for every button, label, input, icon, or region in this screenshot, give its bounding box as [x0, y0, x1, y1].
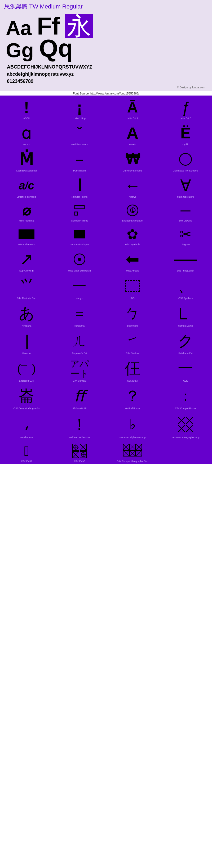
- cell-block-elem: Block Elements: [0, 223, 53, 247]
- grid-row-5: ⌀ Misc Technical Control Pictures ①: [0, 199, 212, 223]
- preview-qq: Qq: [39, 36, 73, 60]
- cell-modifier: ˇ Modifier Letters: [53, 121, 106, 147]
- cell-ascii: ! ASCII: [0, 96, 53, 121]
- cell-vertical-forms: ？ Vertical Forms: [106, 383, 159, 411]
- grid-row-14: 𠀀 CJK Ext B: [0, 440, 212, 464]
- cell-latin-ext-b: ƒ Latin Ext B: [159, 96, 212, 121]
- cell-sup-arrows-b: ↗ Sup Arrows B: [0, 247, 53, 273]
- cell-latin-ext-add: Ṁ Latin Ext Additional: [0, 147, 53, 173]
- header: 思源黑體 TW Medium Regular Aa Ff 永 Gg Qq ABC…: [0, 0, 212, 91]
- cell-cjk-compat-ideo-sup: CJK Compat Ideographic Sup: [106, 440, 159, 464]
- cell-misc-sym: ✿ Misc Symbols: [106, 223, 159, 247]
- cell-sup-punct: —— Sup Punctuation: [159, 247, 212, 273]
- cell-latin-ext-a: Ā Latin Ext A: [106, 96, 159, 121]
- cell-enclosed-cjk: (㆒) Enclosed CJK: [0, 356, 53, 383]
- font-title: 思源黑體 TW Medium Regular: [4, 3, 208, 10]
- cell-enc-ideo-sup: Enclosed Ideographic Sup: [159, 411, 212, 440]
- cell-bopo-ext: ㄦ Bopomofo Ext: [53, 328, 106, 356]
- cell-currency: ₩ Currency Symbols: [106, 147, 159, 173]
- grid-row-7: ↗ Sup Arrows B Misc Math Symbols B ⬅ Mis…: [0, 247, 212, 273]
- preview-gg: Gg: [6, 40, 34, 60]
- cell-cyrillic: Ë Cyrillic: [159, 121, 212, 147]
- cell-misc-math-b: Misc Math Symbols B: [53, 247, 106, 273]
- cell-cjk-ext-c: CJK Ext C: [53, 440, 106, 464]
- cell-cjk-compat-forms: ： CJK Compat Forms: [159, 383, 212, 411]
- grid-row-8: ⺍ CJK Radicals Sup ⼀ Kangxi IDC 、 CJK Sy…: [0, 273, 212, 301]
- cell-enc-alpha-sup: ♭ Enclosed Alphanum Sup: [106, 411, 159, 440]
- alphabet-upper: ABCDEFGHIJKLMNOPQRSTUVWXYZ abcdefghijklm…: [4, 62, 208, 86]
- cell-hiragana: あ Hiragana: [0, 301, 53, 328]
- cell-cjk-compat: アパート CJK Compat: [53, 356, 106, 383]
- grid-row-12: 崙 CJK Compat Ideographs ﬀ Alphabetic FI …: [0, 383, 212, 411]
- cell-cjk-ext-b: 𠀀 CJK Ext B: [0, 440, 53, 464]
- grid-row-13: ، Small Forms ！ Half And Full Forms ♭ En…: [0, 411, 212, 440]
- svg-rect-0: [75, 206, 84, 209]
- cell-bopomofo: ㄅ Bopomofo: [106, 301, 159, 328]
- grid-row-6: Block Elements Geometric Shapes ✿ Misc S…: [0, 223, 212, 247]
- cell-dingbats: ✂ Dingbats: [159, 223, 212, 247]
- grid-row-2: ɑ IPA Ext ˇ Modifier Letters Α Greek Ë C…: [0, 121, 212, 147]
- cell-half-full: ！ Half And Full Forms: [53, 411, 106, 440]
- cell-punctuation: – Punctuation: [53, 147, 106, 173]
- cell-ipa: ɑ IPA Ext: [0, 121, 53, 147]
- cell-alpha-fi: ﬀ Alphabetic FI: [53, 383, 106, 411]
- cell-cjk: 一 CJK: [159, 356, 212, 383]
- glyph-grid: ! ASCII ¡ Latin 1 Sup Ā Latin Ext A ƒ La…: [0, 96, 212, 464]
- cell-kanbun: ｜ Kanbun: [0, 328, 53, 356]
- cell-katakana-ext: ク Katakana Ext: [159, 328, 212, 356]
- cell-misc-arrows: ⬅ Misc Arrows: [106, 247, 159, 273]
- cell-letterlike: a/c Letterlike Symbols: [0, 173, 53, 199]
- cell-cjk-compat-ideographs: 崙 CJK Compat Ideographs: [0, 383, 53, 411]
- cell-enclosed-alpha: ① Enclosed Alphanum: [106, 199, 159, 223]
- cell-cjk-strokes: ㇀ CJK Strokes: [106, 328, 159, 356]
- grid-row-11: (㆒) Enclosed CJK アパート CJK Compat 仼 CJK E…: [0, 356, 212, 383]
- cell-greek: Α Greek: [106, 121, 159, 147]
- preview-aa: Aa: [6, 18, 31, 38]
- cell-katakana: ＝ Katakana: [53, 301, 106, 328]
- grid-row-1: ! ASCII ¡ Latin 1 Sup Ā Latin Ext A ƒ La…: [0, 96, 212, 121]
- cell-misc-tech: ⌀ Misc Technical: [0, 199, 53, 223]
- cell-box-drawing: ─ Box Drawing: [159, 199, 212, 223]
- copyright: © Design by fontke.com: [4, 86, 208, 89]
- svg-rect-1: [75, 212, 77, 215]
- grid-row-9: あ Hiragana ＝ Katakana ㄅ Bopomofo: [0, 301, 212, 328]
- grid-row-10: ｜ Kanbun ㄦ Bopomofo Ext ㇀ CJK Strokes ク …: [0, 328, 212, 356]
- cell-cjk-rad-sup: ⺍ CJK Radicals Sup: [0, 273, 53, 301]
- cell-math-ops: ∀ Math Operators: [159, 173, 212, 199]
- cell-geometric: Geometric Shapes: [53, 223, 106, 247]
- cell-cjk-ext-a: 仼 CJK Ext A: [106, 356, 159, 383]
- cell-cjk-sym: 、 CJK Symbols: [159, 273, 212, 301]
- cell-diacriticals-sym: Diacriticals For Symbols: [159, 147, 212, 173]
- cell-compat-jamo: Compat Jamo: [159, 301, 212, 328]
- cell-empty: [159, 440, 212, 464]
- cell-kangxi: ⼀ Kangxi: [53, 273, 106, 301]
- cell-idc: IDC: [106, 273, 159, 301]
- cell-small-forms: ، Small Forms: [0, 411, 53, 440]
- cell-control-pics: Control Pictures: [53, 199, 106, 223]
- cell-latin1sup: ¡ Latin 1 Sup: [53, 96, 106, 121]
- font-source: Font Source: http://www.fontke.com/font/…: [0, 91, 212, 96]
- grid-row-3: Ṁ Latin Ext Additional – Punctuation ₩ C…: [0, 147, 212, 173]
- cell-arrows: ← Arrows: [106, 173, 159, 199]
- grid-row-4: a/c Letterlike Symbols Ⅰ Number Forms ← …: [0, 173, 212, 199]
- cell-number-forms: Ⅰ Number Forms: [53, 173, 106, 199]
